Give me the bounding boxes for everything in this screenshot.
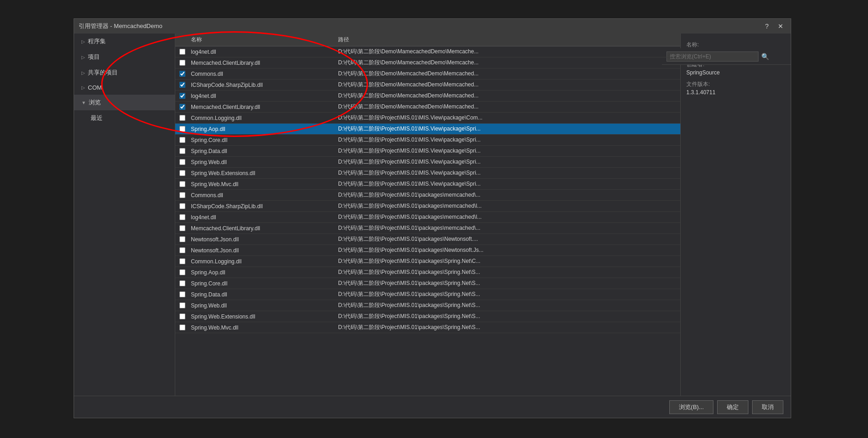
row-checkbox[interactable] xyxy=(179,291,185,297)
table-row[interactable]: ICSharpCode.SharpZipLib.dllD:\代码\第二阶段\De… xyxy=(175,80,680,91)
row-checkbox[interactable] xyxy=(179,159,185,165)
row-checkbox-cell[interactable] xyxy=(175,159,189,165)
row-checkbox[interactable] xyxy=(179,115,185,121)
table-row[interactable]: log4net.dllD:\代码\第二阶段\Demo\MemcachedDemo… xyxy=(175,91,680,102)
row-path: D:\代码\第二阶段\Project\MIS.01\packages\memca… xyxy=(336,202,680,210)
table-row[interactable]: Spring.Web.dllD:\代码\第二阶段\Project\MIS.01\… xyxy=(175,300,680,311)
table-row[interactable]: log4net.dllD:\代码\第二阶段\Demo\MamecachedDem… xyxy=(175,46,680,57)
row-checkbox[interactable] xyxy=(179,269,185,275)
row-checkbox[interactable] xyxy=(179,126,185,132)
table-row[interactable]: Spring.Web.dllD:\代码\第二阶段\Project\MIS.01\… xyxy=(175,157,680,168)
row-checkbox[interactable] xyxy=(179,214,185,220)
row-checkbox-cell[interactable] xyxy=(175,236,189,242)
table-row[interactable]: Spring.Aop.dllD:\代码\第二阶段\Project\MIS.01\… xyxy=(175,124,680,135)
row-checkbox[interactable] xyxy=(179,60,185,66)
row-checkbox-cell[interactable] xyxy=(175,82,189,88)
row-path: D:\代码\第二阶段\Demo\MemcachedDemo\Memcached.… xyxy=(336,70,680,78)
row-name: ICSharpCode.SharpZipLib.dll xyxy=(189,82,336,88)
table-row[interactable]: Spring.Web.Extensions.dllD:\代码\第二阶段\Proj… xyxy=(175,168,680,179)
row-checkbox-cell[interactable] xyxy=(175,203,189,209)
sidebar-item-com[interactable]: ▷ COM xyxy=(74,80,175,95)
ok-button[interactable]: 确定 xyxy=(717,400,748,414)
table-row[interactable]: Newtonsoft.Json.dllD:\代码\第二阶段\Project\MI… xyxy=(175,234,680,245)
row-checkbox-cell[interactable] xyxy=(175,104,189,110)
table-row[interactable]: Common.Logging.dllD:\代码\第二阶段\Project\MIS… xyxy=(175,113,680,124)
row-checkbox-cell[interactable] xyxy=(175,214,189,220)
row-checkbox-cell[interactable] xyxy=(175,115,189,121)
table-row[interactable]: Commons.dllD:\代码\第二阶段\Project\MIS.01\pac… xyxy=(175,190,680,201)
row-checkbox-cell[interactable] xyxy=(175,258,189,264)
row-checkbox[interactable] xyxy=(179,236,185,242)
row-checkbox-cell[interactable] xyxy=(175,181,189,187)
browse-button[interactable]: 浏览(B)... xyxy=(669,400,713,414)
help-button[interactable]: ? xyxy=(762,22,771,31)
row-checkbox-cell[interactable] xyxy=(175,313,189,319)
sidebar-item-projects[interactable]: ▷ 项目 xyxy=(74,49,175,65)
cancel-button[interactable]: 取消 xyxy=(752,400,783,414)
row-checkbox-cell[interactable] xyxy=(175,170,189,176)
table-row[interactable]: Spring.Web.Extensions.dllD:\代码\第二阶段\Proj… xyxy=(175,311,680,322)
row-checkbox-cell[interactable] xyxy=(175,225,189,231)
table-row[interactable]: Newtonsoft.Json.dllD:\代码\第二阶段\Project\MI… xyxy=(175,245,680,256)
table-row[interactable]: Memcached.ClientLibrary.dllD:\代码\第二阶段\De… xyxy=(175,57,680,68)
row-checkbox[interactable] xyxy=(179,203,185,209)
row-checkbox-cell[interactable] xyxy=(175,60,189,66)
row-checkbox-cell[interactable] xyxy=(175,49,189,55)
row-checkbox[interactable] xyxy=(179,313,185,319)
table-row[interactable]: Spring.Data.dllD:\代码\第二阶段\Project\MIS.01… xyxy=(175,146,680,157)
search-input[interactable] xyxy=(667,51,759,62)
row-checkbox[interactable] xyxy=(179,71,185,77)
row-checkbox-cell[interactable] xyxy=(175,148,189,154)
row-checkbox[interactable] xyxy=(179,104,185,110)
table-row[interactable]: Spring.Core.dllD:\代码\第二阶段\Project\MIS.01… xyxy=(175,278,680,289)
row-checkbox-cell[interactable] xyxy=(175,280,189,286)
sidebar-item-assemblies[interactable]: ▷ 程序集 xyxy=(74,34,175,49)
row-checkbox[interactable] xyxy=(179,49,185,55)
row-checkbox-cell[interactable] xyxy=(175,324,189,330)
table-row[interactable]: Spring.Web.Mvc.dllD:\代码\第二阶段\Project\MIS… xyxy=(175,322,680,333)
row-checkbox[interactable] xyxy=(179,148,185,154)
row-checkbox-cell[interactable] xyxy=(175,137,189,143)
row-checkbox[interactable] xyxy=(179,225,185,231)
sidebar-item-browse[interactable]: ▼ 浏览 xyxy=(74,95,175,110)
row-checkbox[interactable] xyxy=(179,302,185,308)
table-row[interactable]: Spring.Data.dllD:\代码\第二阶段\Project\MIS.01… xyxy=(175,289,680,300)
sidebar-item-recent[interactable]: 最近 xyxy=(74,110,175,126)
row-checkbox[interactable] xyxy=(179,258,185,264)
row-checkbox[interactable] xyxy=(179,247,185,253)
row-checkbox-cell[interactable] xyxy=(175,247,189,253)
table-row[interactable]: Common.Logging.dllD:\代码\第二阶段\Project\MIS… xyxy=(175,256,680,267)
table-row[interactable]: Spring.Aop.dllD:\代码\第二阶段\Project\MIS.01\… xyxy=(175,267,680,278)
table-row[interactable]: Spring.Web.Mvc.dllD:\代码\第二阶段\Project\MIS… xyxy=(175,179,680,190)
table-row[interactable]: log4net.dllD:\代码\第二阶段\Project\MIS.01\pac… xyxy=(175,212,680,223)
col-header-path: 路径 xyxy=(336,36,680,44)
row-checkbox-cell[interactable] xyxy=(175,126,189,132)
row-checkbox[interactable] xyxy=(179,280,185,286)
row-checkbox[interactable] xyxy=(179,324,185,330)
row-checkbox-cell[interactable] xyxy=(175,71,189,77)
row-checkbox-cell[interactable] xyxy=(175,93,189,99)
titlebar: 引用管理器 - MemcachedDemo ? ✕ xyxy=(74,19,791,34)
row-checkbox-cell[interactable] xyxy=(175,192,189,198)
row-checkbox[interactable] xyxy=(179,192,185,198)
table-row[interactable]: Spring.Core.dllD:\代码\第二阶段\Project\MIS.01… xyxy=(175,135,680,146)
row-path: D:\代码\第二阶段\Project\MIS.01\packages\Sprin… xyxy=(336,313,680,320)
table-row[interactable]: Commons.dllD:\代码\第二阶段\Demo\MemcachedDemo… xyxy=(175,68,680,80)
row-checkbox[interactable] xyxy=(179,170,185,176)
row-checkbox-cell[interactable] xyxy=(175,302,189,308)
sidebar-item-shared[interactable]: ▷ 共享的项目 xyxy=(74,65,175,80)
table-row[interactable]: Memcached.ClientLibrary.dllD:\代码\第二阶段\Pr… xyxy=(175,223,680,234)
version-value: 1.3.1.40711 xyxy=(686,89,785,96)
row-checkbox[interactable] xyxy=(179,93,185,99)
table-row[interactable]: Memcached.ClientLibrary.dllD:\代码\第二阶段\De… xyxy=(175,102,680,113)
row-checkbox[interactable] xyxy=(179,82,185,88)
row-checkbox-cell[interactable] xyxy=(175,291,189,297)
table-body[interactable]: log4net.dllD:\代码\第二阶段\Demo\MamecachedDem… xyxy=(175,46,680,396)
table-row[interactable]: ICSharpCode.SharpZipLib.dllD:\代码\第二阶段\Pr… xyxy=(175,201,680,212)
row-checkbox[interactable] xyxy=(179,181,185,187)
close-button[interactable]: ✕ xyxy=(775,22,786,31)
row-path: D:\代码\第二阶段\Project\MIS.01\packages\Sprin… xyxy=(336,279,680,287)
row-checkbox-cell[interactable] xyxy=(175,269,189,275)
arrow-icon: ▷ xyxy=(81,55,85,60)
row-checkbox[interactable] xyxy=(179,137,185,143)
